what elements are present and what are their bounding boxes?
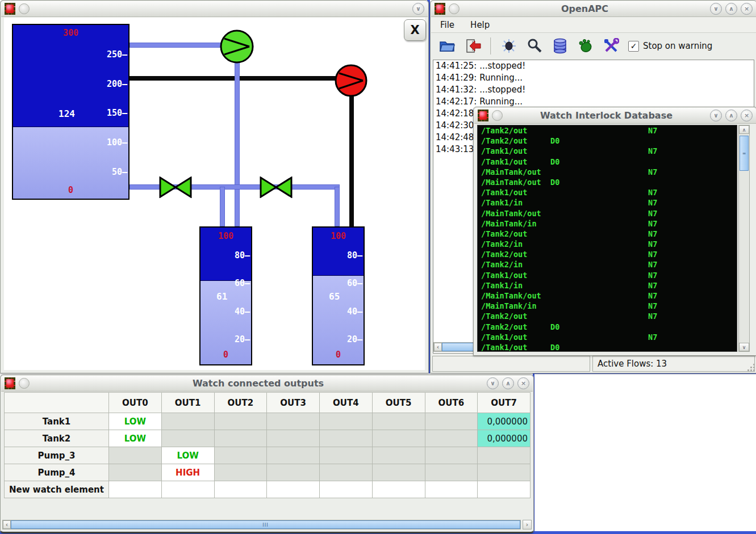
- scroll-left-icon[interactable]: ‹: [434, 343, 442, 351]
- output-cell[interactable]: [215, 413, 268, 430]
- output-cell[interactable]: [215, 464, 268, 481]
- stop-on-warning-checkbox[interactable]: ✓: [628, 41, 639, 52]
- debug-icon[interactable]: [500, 37, 517, 54]
- window-menu-button[interactable]: [19, 378, 30, 389]
- exit-icon[interactable]: [465, 37, 482, 54]
- pump4-red-icon[interactable]: [334, 64, 368, 98]
- interlock-row[interactable]: /Tank1/outN7: [478, 270, 737, 280]
- pump3-green-icon[interactable]: [219, 29, 254, 64]
- output-cell[interactable]: [267, 464, 320, 481]
- openapc-titlebar[interactable]: OpenAPC ∨ ∧ ×: [431, 1, 756, 17]
- database-icon[interactable]: [552, 37, 569, 54]
- outputs-titlebar[interactable]: Watch connected outputs ∨ ∧ ×: [1, 376, 533, 392]
- interlock-row[interactable]: /Tank2/outN7: [478, 125, 737, 136]
- interlock-row[interactable]: /Tank2/outN7: [478, 311, 737, 321]
- interlock-row[interactable]: /Tank2/outN7: [478, 249, 737, 259]
- outputs-horizontal-scrollbar[interactable]: ‹ lll: [2, 520, 521, 529]
- output-cell[interactable]: [109, 447, 162, 464]
- output-cell[interactable]: [478, 464, 531, 481]
- valve2-icon[interactable]: [260, 176, 293, 198]
- output-cell[interactable]: [162, 413, 215, 430]
- output-cell[interactable]: LOW: [109, 430, 162, 447]
- tools-icon[interactable]: [603, 37, 620, 54]
- resize-grip[interactable]: [750, 367, 752, 368]
- interlock-titlebar[interactable]: Watch Interlock Database ∨ ∧ ×: [474, 108, 756, 124]
- scrollbar-thumb[interactable]: ≡: [740, 136, 749, 171]
- output-cell[interactable]: [320, 447, 373, 464]
- output-cell[interactable]: 0,000000: [478, 413, 531, 430]
- output-cell[interactable]: [215, 481, 268, 498]
- maximize-button[interactable]: ∧: [502, 377, 514, 389]
- row-label-pump_4[interactable]: Pump_4: [5, 464, 109, 481]
- menu-help[interactable]: Help: [470, 20, 490, 30]
- interlock-row[interactable]: /Tank1/outN7: [478, 146, 737, 156]
- scroll-down-icon[interactable]: ∨: [739, 343, 749, 351]
- output-cell[interactable]: [478, 447, 531, 464]
- output-cell[interactable]: [267, 430, 320, 447]
- output-cell[interactable]: [425, 413, 478, 430]
- close-button[interactable]: ×: [741, 3, 753, 15]
- output-cell[interactable]: [425, 464, 478, 481]
- scroll-left-icon[interactable]: ‹: [3, 520, 11, 529]
- interlock-row[interactable]: /Tank2/outN7: [478, 229, 737, 239]
- interlock-row[interactable]: /Tank1/inN7: [478, 280, 737, 291]
- maximize-button[interactable]: ∧: [725, 3, 737, 15]
- valve1-icon[interactable]: [159, 176, 192, 198]
- shade-button[interactable]: ∨: [487, 377, 499, 389]
- row-label-tank1[interactable]: Tank1: [5, 413, 109, 430]
- output-cell[interactable]: [373, 464, 425, 481]
- run-icon[interactable]: [577, 37, 594, 54]
- output-cell[interactable]: [215, 430, 268, 447]
- close-button[interactable]: ×: [741, 110, 753, 121]
- scroll-up-icon[interactable]: ∧: [739, 125, 749, 134]
- interlock-row[interactable]: /Tank1/inN7: [478, 197, 737, 208]
- close-button[interactable]: ×: [517, 377, 529, 389]
- interlock-row[interactable]: /MainTank/outN7: [478, 167, 737, 177]
- shade-button[interactable]: ∨: [412, 3, 424, 15]
- output-cell[interactable]: [320, 464, 373, 481]
- output-cell[interactable]: [478, 481, 531, 498]
- output-cell[interactable]: [162, 430, 215, 447]
- output-cell[interactable]: [425, 430, 478, 447]
- output-cell[interactable]: [267, 413, 320, 430]
- output-cell[interactable]: [373, 413, 425, 430]
- output-cell[interactable]: LOW: [109, 413, 162, 430]
- interlock-row[interactable]: /Tank2/outD0: [478, 136, 737, 146]
- output-cell[interactable]: [162, 481, 215, 498]
- output-cell[interactable]: [320, 481, 373, 498]
- shade-button[interactable]: ∨: [710, 3, 722, 15]
- menu-file[interactable]: File: [440, 20, 454, 30]
- output-cell[interactable]: [109, 481, 162, 498]
- interlock-row[interactable]: /Tank2/inN7: [478, 239, 737, 249]
- interlock-row[interactable]: /Tank2/inN7: [478, 259, 737, 270]
- window-menu-button[interactable]: [449, 3, 460, 14]
- interlock-row[interactable]: /Tank1/outN7: [478, 187, 737, 197]
- window-menu-button[interactable]: [492, 110, 503, 121]
- output-cell[interactable]: [109, 464, 162, 481]
- window-menu-button[interactable]: [19, 3, 30, 14]
- scroll-right-icon[interactable]: ›: [523, 520, 532, 529]
- row-label-new-watch-element[interactable]: New watch element: [5, 481, 109, 498]
- process-titlebar[interactable]: ∨: [1, 1, 428, 17]
- row-label-tank2[interactable]: Tank2: [5, 430, 109, 447]
- output-cell[interactable]: [425, 481, 478, 498]
- output-cell[interactable]: [373, 430, 425, 447]
- interlock-row[interactable]: /MainTank/outN7: [478, 291, 737, 301]
- output-cell[interactable]: [425, 447, 478, 464]
- interlock-row[interactable]: /MainTank/inN7: [478, 301, 737, 311]
- scrollbar-thumb[interactable]: lll: [11, 520, 520, 529]
- output-cell[interactable]: [373, 481, 425, 498]
- interlock-row[interactable]: /Tank1/outD0: [478, 342, 737, 352]
- output-cell[interactable]: [215, 447, 268, 464]
- output-cell[interactable]: [373, 447, 425, 464]
- output-cell[interactable]: [320, 413, 373, 430]
- scada-close-button[interactable]: X: [404, 19, 426, 41]
- interlock-row[interactable]: /Tank2/outD0: [478, 322, 737, 332]
- output-cell[interactable]: [267, 481, 320, 498]
- output-cell[interactable]: [267, 447, 320, 464]
- interlock-row[interactable]: /MainTank/outN7: [478, 208, 737, 218]
- interlock-row[interactable]: /MainTank/outD0: [478, 177, 737, 187]
- interlock-row[interactable]: /Tank1/outD0: [478, 157, 737, 167]
- output-cell[interactable]: 0,000000: [478, 430, 531, 447]
- interlock-row[interactable]: /Tank1/outN7: [478, 332, 737, 342]
